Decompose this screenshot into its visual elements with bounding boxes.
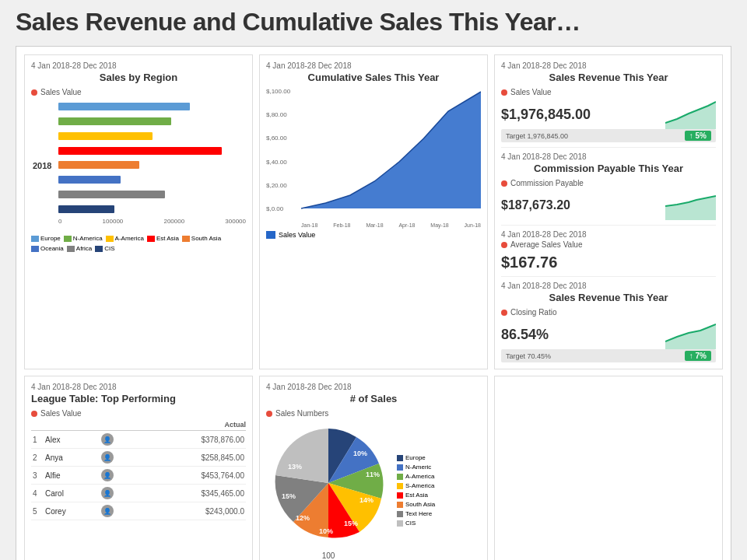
sales-region-title: Sales by Region	[31, 72, 246, 83]
pie-chart-container: 10% 11% 14% 15% 10% 12% 15% 13% 100	[266, 421, 391, 560]
sales-rev2-title: Sales Revenue This Year	[501, 292, 716, 303]
legend-item: N-America	[64, 235, 103, 242]
red-dot-icon3	[501, 180, 507, 187]
svg-text:13%: 13%	[288, 463, 302, 471]
sales-region-date: 4 Jan 2018-28 Dec 2018	[31, 61, 246, 70]
divider2	[501, 225, 716, 226]
sales-revenue-panel: 4 Jan 2018-28 Dec 2018 Sales Revenue Thi…	[494, 54, 723, 369]
red-dot-icon2	[501, 89, 507, 96]
legend-europe: Europe	[397, 454, 435, 461]
sales-rev-target: Target 1,976,845.00 ↑ 5%	[501, 129, 716, 142]
name-alex: Alex	[44, 431, 100, 449]
divider3	[501, 276, 716, 277]
legend-item: CIS	[95, 245, 114, 252]
table-row: 3 Alfie 👤 $453,764.00	[31, 467, 246, 485]
sales-region-label: Sales Value	[31, 88, 246, 96]
pie-area: 10% 11% 14% 15% 10% 12% 15% 13% 100 Euro…	[266, 421, 481, 560]
x-axis-line: Jan-18 Feb-18 Mar-18 Apr-18 May-18 Jun-1…	[301, 212, 481, 228]
legend-item: A-America	[106, 235, 144, 242]
cumulative-date: 4 Jan 2018-28 Dec 2018	[266, 61, 481, 70]
table-row: 1 Alex 👤 $378,876.00	[31, 431, 246, 449]
svg-text:14%: 14%	[359, 496, 374, 504]
cumulative-sales-panel: 4 Jan 2018-28 Dec 2018 Cumulative Sales …	[259, 54, 488, 369]
num-sales-date: 4 Jan 2018-28 Dec 2018	[266, 383, 481, 391]
col-rank	[31, 421, 44, 431]
table-row: 2 Anya 👤 $258,845.00	[31, 449, 246, 467]
rank-1: 1	[31, 431, 44, 449]
bar-row	[58, 116, 246, 127]
bar-row	[58, 131, 246, 142]
closing-badge: ↑ 7%	[685, 351, 711, 361]
svg-text:10%: 10%	[319, 527, 333, 535]
col-avatar	[100, 421, 136, 431]
col-name	[44, 421, 100, 431]
svg-text:15%: 15%	[282, 492, 296, 500]
bar-chart: 2018 0 100000 200000 300000	[31, 100, 246, 232]
mini-sparkline	[665, 100, 716, 129]
sales-rev-date: 4 Jan 2018-28 Dec 2018	[501, 61, 716, 70]
col-actual: Actual	[136, 421, 246, 431]
table-row: 4 Carol 👤 $345,465.00	[31, 485, 246, 502]
bars-container	[58, 100, 246, 216]
red-dot-num	[266, 411, 272, 417]
league-date: 4 Jan 2018-28 Dec 2018	[31, 383, 246, 391]
legend-southasia: South Asia	[397, 501, 435, 508]
bar-legend: Europe N-America A-America Est Asia Sout…	[31, 235, 246, 252]
svg-area	[301, 88, 481, 212]
sales-rev-value: $1,976,845.00	[501, 107, 591, 123]
closing-ratio-label: Closing Ratio	[501, 308, 716, 317]
divider	[501, 147, 716, 148]
legend-samerica: S-America	[397, 482, 435, 489]
league-sales-label: Sales Value	[31, 409, 246, 418]
red-dot-icon	[31, 89, 37, 96]
bar-row	[58, 174, 246, 185]
league-title: League Table: Top Performing	[31, 393, 246, 404]
sales-rev-label: Sales Value	[501, 88, 716, 96]
red-dot-icon4	[501, 242, 507, 248]
table-row: 5 Corey 👤 $243,000.0	[31, 502, 246, 520]
svg-text:15%: 15%	[344, 520, 358, 527]
closing-target: Target 70.45% ↑ 7%	[501, 349, 716, 362]
commission-row: $187,673.20	[501, 191, 716, 220]
bar-row	[58, 159, 246, 170]
red-dot-icon5	[501, 310, 507, 316]
chart-year: 2018	[33, 161, 51, 170]
y-axis: $,100.00 $,80.00 $,60.00 $,40.00 $,20.00…	[266, 88, 301, 212]
commission-title: Commission Payable This Year	[501, 163, 716, 174]
legend-box	[266, 231, 275, 239]
line-chart: $,100.00 $,80.00 $,60.00 $,40.00 $,20.00…	[266, 88, 481, 228]
closing-ratio-value: 86.54%	[501, 327, 549, 343]
legend-item: Africa	[67, 245, 92, 252]
legend-estasia: Est Asia	[397, 492, 435, 499]
sales-rev2-date: 4 Jan 2018-28 Dec 2018	[501, 282, 716, 290]
sales-by-region-panel: 4 Jan 2018-28 Dec 2018 Sales by Region S…	[24, 54, 253, 369]
sales-rev-title: Sales Revenue This Year	[501, 72, 716, 83]
closing-ratio-row: 86.54%	[501, 320, 716, 349]
svg-text:11%: 11%	[366, 471, 380, 478]
svg-text:10%: 10%	[353, 450, 367, 457]
legend-nameric: N-Americ	[397, 464, 435, 471]
page-title: Sales Revenue and Cumulative Sales This …	[16, 8, 731, 37]
bar-row	[58, 204, 246, 215]
amount-alex: $378,876.00	[136, 431, 246, 449]
legend-texthere: Text Here	[397, 510, 435, 517]
commission-label: Commission Payable	[501, 179, 716, 187]
bar-row	[58, 145, 246, 156]
avg-sales-value: $167.76	[501, 254, 716, 271]
svg-marker-2	[665, 196, 716, 220]
commission-date: 4 Jan 2018-28 Dec 2018	[501, 152, 716, 161]
pie-chart: 10% 11% 14% 15% 10% 12% 15% 13%	[266, 421, 391, 545]
bottom-right-panel	[494, 376, 723, 560]
svg-text:12%: 12%	[296, 514, 310, 522]
legend-aamerica: A-America	[397, 473, 435, 480]
num-sales-panel: 4 Jan 2018-28 Dec 2018 # of Sales Sales …	[259, 376, 488, 560]
cumulative-title: Cumulative Sales This Year	[266, 72, 481, 83]
line-legend-label: Sales Value	[279, 231, 315, 239]
legend-item: Oceania	[31, 245, 64, 252]
closing-sparkline	[665, 320, 716, 349]
legend-item: Europe	[31, 235, 61, 242]
pie-total: 100	[266, 551, 391, 560]
svg-marker-1	[665, 102, 716, 129]
league-table: Actual 1 Alex 👤 $378,876.00 2 Anya 👤 $25…	[31, 421, 246, 520]
sales-rev-row: $1,976,845.00	[501, 100, 716, 129]
